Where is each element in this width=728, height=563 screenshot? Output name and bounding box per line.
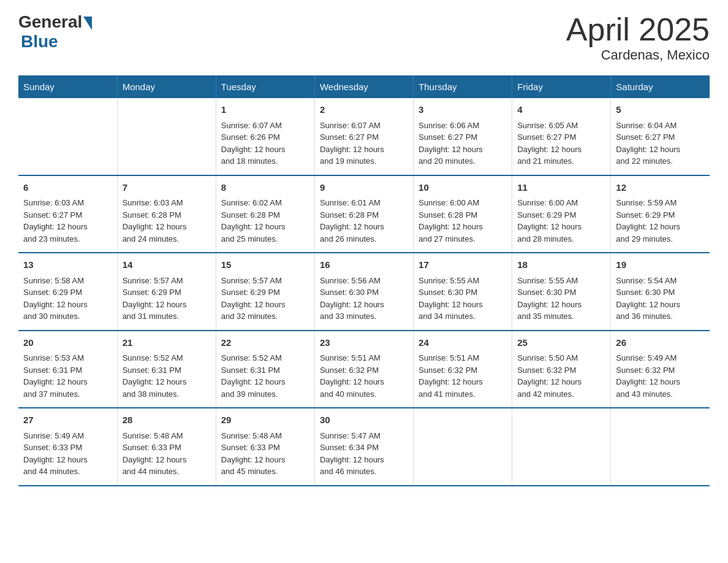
day-info: Sunrise: 5:51 AM Sunset: 6:32 PM Dayligh… [419,352,507,400]
day-number: 22 [221,336,309,350]
calendar-cell: 6Sunrise: 6:03 AM Sunset: 6:27 PM Daylig… [18,175,117,253]
day-info: Sunrise: 5:52 AM Sunset: 6:31 PM Dayligh… [123,352,211,400]
title-block: April 2025 Cardenas, Mexico [566,12,710,63]
day-info: Sunrise: 5:49 AM Sunset: 6:33 PM Dayligh… [23,430,112,478]
day-number: 1 [221,103,309,117]
day-info: Sunrise: 6:00 AM Sunset: 6:28 PM Dayligh… [419,197,507,245]
day-info: Sunrise: 5:55 AM Sunset: 6:30 PM Dayligh… [419,275,507,323]
day-number: 16 [320,258,408,272]
calendar-cell: 24Sunrise: 5:51 AM Sunset: 6:32 PM Dayli… [414,331,512,408]
day-info: Sunrise: 6:06 AM Sunset: 6:27 PM Dayligh… [419,120,507,167]
calendar-cell: 20Sunrise: 5:53 AM Sunset: 6:31 PM Dayli… [18,331,117,408]
calendar-cell: 14Sunrise: 5:57 AM Sunset: 6:29 PM Dayli… [117,253,216,331]
calendar-cell: 21Sunrise: 5:52 AM Sunset: 6:31 PM Dayli… [117,331,216,408]
day-info: Sunrise: 5:50 AM Sunset: 6:32 PM Dayligh… [517,352,605,400]
calendar-cell: 27Sunrise: 5:49 AM Sunset: 6:33 PM Dayli… [18,408,117,486]
logo: General Blue [18,12,92,52]
day-info: Sunrise: 5:48 AM Sunset: 6:33 PM Dayligh… [221,430,309,478]
day-info: Sunrise: 6:04 AM Sunset: 6:27 PM Dayligh… [616,120,705,167]
header-monday: Monday [117,75,216,98]
week-row-2: 6Sunrise: 6:03 AM Sunset: 6:27 PM Daylig… [18,175,710,253]
calendar-cell: 7Sunrise: 6:03 AM Sunset: 6:28 PM Daylig… [117,175,216,253]
day-info: Sunrise: 5:57 AM Sunset: 6:29 PM Dayligh… [123,275,211,323]
day-number: 29 [221,413,309,427]
header-saturday: Saturday [611,75,710,98]
logo-arrow-icon [83,17,92,30]
day-info: Sunrise: 6:03 AM Sunset: 6:28 PM Dayligh… [123,197,211,245]
calendar-table: SundayMondayTuesdayWednesdayThursdayFrid… [18,75,710,486]
day-info: Sunrise: 5:49 AM Sunset: 6:32 PM Dayligh… [616,352,705,400]
header-thursday: Thursday [414,75,512,98]
day-info: Sunrise: 6:03 AM Sunset: 6:27 PM Dayligh… [23,197,112,245]
day-number: 20 [23,336,112,350]
day-info: Sunrise: 6:01 AM Sunset: 6:28 PM Dayligh… [320,197,408,245]
calendar-cell: 30Sunrise: 5:47 AM Sunset: 6:34 PM Dayli… [314,408,413,486]
day-number: 18 [517,258,605,272]
calendar-cell: 3Sunrise: 6:06 AM Sunset: 6:27 PM Daylig… [414,98,512,175]
day-info: Sunrise: 5:53 AM Sunset: 6:31 PM Dayligh… [23,352,112,400]
week-row-3: 13Sunrise: 5:58 AM Sunset: 6:29 PM Dayli… [18,253,710,331]
day-number: 15 [221,258,309,272]
calendar-cell [512,408,611,486]
day-number: 28 [123,413,211,427]
day-number: 21 [123,336,211,350]
header-tuesday: Tuesday [216,75,314,98]
calendar-cell: 22Sunrise: 5:52 AM Sunset: 6:31 PM Dayli… [216,331,314,408]
page-header: General Blue April 2025 Cardenas, Mexico [18,12,710,63]
week-row-5: 27Sunrise: 5:49 AM Sunset: 6:33 PM Dayli… [18,408,710,486]
calendar-cell: 4Sunrise: 6:05 AM Sunset: 6:27 PM Daylig… [512,98,611,175]
week-row-4: 20Sunrise: 5:53 AM Sunset: 6:31 PM Dayli… [18,331,710,408]
day-info: Sunrise: 5:56 AM Sunset: 6:30 PM Dayligh… [320,275,408,323]
calendar-cell: 29Sunrise: 5:48 AM Sunset: 6:33 PM Dayli… [216,408,314,486]
calendar-cell: 1Sunrise: 6:07 AM Sunset: 6:26 PM Daylig… [216,98,314,175]
day-number: 24 [419,336,507,350]
day-number: 4 [517,103,605,117]
day-info: Sunrise: 6:02 AM Sunset: 6:28 PM Dayligh… [221,197,309,245]
calendar-cell: 17Sunrise: 5:55 AM Sunset: 6:30 PM Dayli… [414,253,512,331]
calendar-cell [611,408,710,486]
calendar-cell: 19Sunrise: 5:54 AM Sunset: 6:30 PM Dayli… [611,253,710,331]
calendar-cell: 15Sunrise: 5:57 AM Sunset: 6:29 PM Dayli… [216,253,314,331]
calendar-subtitle: Cardenas, Mexico [566,47,710,63]
day-number: 13 [23,258,112,272]
day-number: 30 [320,413,408,427]
calendar-cell: 18Sunrise: 5:55 AM Sunset: 6:30 PM Dayli… [512,253,611,331]
day-number: 5 [616,103,705,117]
header-wednesday: Wednesday [314,75,413,98]
day-number: 2 [320,103,408,117]
day-number: 17 [419,258,507,272]
calendar-cell: 11Sunrise: 6:00 AM Sunset: 6:29 PM Dayli… [512,175,611,253]
calendar-cell: 16Sunrise: 5:56 AM Sunset: 6:30 PM Dayli… [314,253,413,331]
day-number: 27 [23,413,112,427]
logo-general-text: General [18,12,82,32]
calendar-cell: 23Sunrise: 5:51 AM Sunset: 6:32 PM Dayli… [314,331,413,408]
day-number: 10 [419,181,507,195]
calendar-cell: 10Sunrise: 6:00 AM Sunset: 6:28 PM Dayli… [414,175,512,253]
day-info: Sunrise: 5:48 AM Sunset: 6:33 PM Dayligh… [123,430,211,478]
calendar-cell: 9Sunrise: 6:01 AM Sunset: 6:28 PM Daylig… [314,175,413,253]
day-number: 12 [616,181,705,195]
calendar-cell: 5Sunrise: 6:04 AM Sunset: 6:27 PM Daylig… [611,98,710,175]
day-info: Sunrise: 5:54 AM Sunset: 6:30 PM Dayligh… [616,275,705,323]
header-friday: Friday [512,75,611,98]
calendar-cell: 2Sunrise: 6:07 AM Sunset: 6:27 PM Daylig… [314,98,413,175]
calendar-cell: 13Sunrise: 5:58 AM Sunset: 6:29 PM Dayli… [18,253,117,331]
day-number: 14 [123,258,211,272]
day-number: 11 [517,181,605,195]
day-info: Sunrise: 6:05 AM Sunset: 6:27 PM Dayligh… [517,120,605,167]
day-number: 7 [123,181,211,195]
day-number: 19 [616,258,705,272]
day-info: Sunrise: 5:55 AM Sunset: 6:30 PM Dayligh… [517,275,605,323]
day-info: Sunrise: 5:51 AM Sunset: 6:32 PM Dayligh… [320,352,408,400]
day-info: Sunrise: 5:47 AM Sunset: 6:34 PM Dayligh… [320,430,408,478]
calendar-cell: 28Sunrise: 5:48 AM Sunset: 6:33 PM Dayli… [117,408,216,486]
calendar-cell: 26Sunrise: 5:49 AM Sunset: 6:32 PM Dayli… [611,331,710,408]
day-number: 3 [419,103,507,117]
day-info: Sunrise: 6:07 AM Sunset: 6:27 PM Dayligh… [320,120,408,167]
calendar-cell [117,98,216,175]
calendar-cell: 25Sunrise: 5:50 AM Sunset: 6:32 PM Dayli… [512,331,611,408]
calendar-cell: 8Sunrise: 6:02 AM Sunset: 6:28 PM Daylig… [216,175,314,253]
day-info: Sunrise: 6:07 AM Sunset: 6:26 PM Dayligh… [221,120,309,167]
header-sunday: Sunday [18,75,117,98]
logo-blue-text: Blue [21,32,58,52]
